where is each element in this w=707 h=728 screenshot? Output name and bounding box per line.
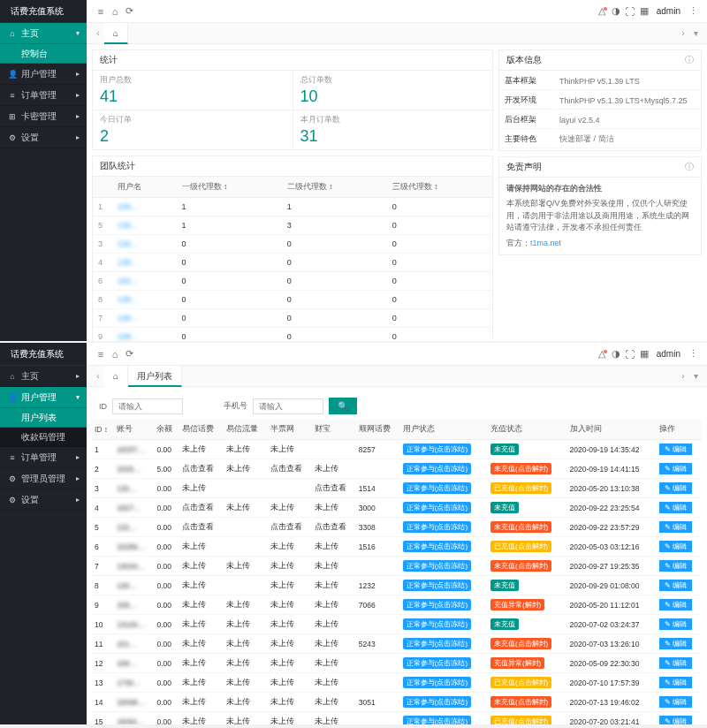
more-icon[interactable]: ⋮ bbox=[686, 5, 700, 17]
user-col[interactable]: 财宝 bbox=[312, 420, 356, 440]
cell-status1[interactable]: 正常参与(点击冻结) bbox=[400, 479, 488, 498]
row-user[interactable]: 132… bbox=[112, 235, 177, 254]
edit-button[interactable]: ✎ 编辑 bbox=[659, 696, 692, 708]
edit-button[interactable]: ✎ 编辑 bbox=[659, 482, 692, 494]
tabs-prev-icon[interactable]: ‹ bbox=[92, 371, 104, 381]
cell-status2[interactable]: 充值异常(解封) bbox=[488, 654, 567, 673]
edit-button[interactable]: ✎ 编辑 bbox=[659, 463, 692, 474]
bell-icon[interactable]: △ bbox=[595, 348, 609, 360]
user-col[interactable]: 加入时间 bbox=[567, 420, 657, 440]
expand-icon[interactable]: ⛶ bbox=[623, 6, 637, 17]
user-col[interactable]: ID ↕ bbox=[92, 420, 114, 440]
cell-status1[interactable]: 正常参与(点击冻结) bbox=[400, 459, 488, 479]
tabs-prev-icon[interactable]: ‹ bbox=[92, 28, 104, 38]
cell-status2[interactable]: 未充值(点击解封) bbox=[488, 693, 567, 712]
tabs-menu-icon[interactable]: ▾ bbox=[689, 28, 702, 38]
team-col[interactable]: 二级代理数 ↕ bbox=[282, 177, 387, 198]
cell-status1[interactable]: 正常参与(点击冻结) bbox=[400, 440, 488, 459]
user-col[interactable]: 操作 bbox=[657, 420, 702, 440]
cell-status1[interactable]: 正常参与(点击冻结) bbox=[400, 654, 488, 673]
user-col[interactable]: 充值状态 bbox=[488, 420, 567, 440]
cell-status1[interactable]: 正常参与(点击冻结) bbox=[400, 498, 488, 518]
cell-status1[interactable]: 正常参与(点击冻结) bbox=[400, 557, 488, 576]
grid-icon[interactable]: ▦ bbox=[637, 5, 651, 17]
nav-item[interactable]: 👤用户管理▾ bbox=[0, 387, 87, 408]
cell-status1[interactable]: 正常参与(点击冻结) bbox=[400, 634, 488, 654]
cell-status2[interactable]: 已充值(点击解封) bbox=[488, 712, 567, 725]
row-user[interactable]: 152… bbox=[112, 272, 177, 291]
team-col[interactable] bbox=[93, 177, 112, 198]
cell-status2[interactable]: 未充值(点击解封) bbox=[488, 557, 567, 576]
search-id-input[interactable] bbox=[112, 398, 183, 414]
nav-subitem[interactable]: 用户列表 bbox=[0, 408, 87, 428]
nav-item[interactable]: ≡订单管理▸ bbox=[0, 447, 87, 468]
nav-item[interactable]: ⌂主页▾ bbox=[0, 23, 87, 44]
user-label[interactable]: admin bbox=[657, 6, 680, 16]
row-user[interactable]: 150… bbox=[112, 198, 177, 216]
cell-status1[interactable]: 正常参与(点击冻结) bbox=[400, 595, 488, 615]
cell-status2[interactable]: 未充值(点击解封) bbox=[488, 518, 567, 537]
team-col[interactable]: 用户名 bbox=[112, 177, 177, 198]
cell-status1[interactable]: 正常参与(点击冻结) bbox=[400, 712, 488, 725]
bell-icon[interactable]: △ bbox=[595, 5, 609, 17]
nav-item[interactable]: 👤用户管理▸ bbox=[0, 64, 87, 85]
refresh-icon[interactable]: ⟳ bbox=[122, 348, 136, 360]
row-user[interactable]: 135… bbox=[112, 254, 177, 272]
user-col[interactable]: 半票网 bbox=[268, 420, 312, 440]
user-col[interactable]: 易信流量 bbox=[224, 420, 268, 440]
edit-button[interactable]: ✎ 编辑 bbox=[659, 638, 692, 649]
edit-button[interactable]: ✎ 编辑 bbox=[659, 657, 692, 669]
row-user[interactable]: 130… bbox=[112, 291, 177, 309]
cell-status2[interactable]: 未充值(点击解封) bbox=[488, 459, 567, 479]
nav-item[interactable]: ≡订单管理▸ bbox=[0, 85, 87, 106]
info-icon[interactable]: ⓘ bbox=[685, 161, 694, 173]
search-button[interactable]: 🔍 bbox=[329, 398, 357, 414]
cell-status1[interactable]: 正常参与(点击冻结) bbox=[400, 693, 488, 712]
cell-status1[interactable]: 正常参与(点击冻结) bbox=[400, 537, 488, 557]
edit-button[interactable]: ✎ 编辑 bbox=[659, 716, 692, 724]
user-label[interactable]: admin bbox=[657, 349, 680, 359]
refresh-icon[interactable]: ⟳ bbox=[122, 5, 136, 17]
edit-button[interactable]: ✎ 编辑 bbox=[659, 444, 692, 455]
row-user[interactable]: 130… bbox=[112, 309, 177, 328]
notice-link[interactable]: t1ma.net bbox=[530, 239, 561, 247]
cell-status2[interactable]: 未充值 bbox=[488, 498, 567, 518]
info-icon[interactable]: ⓘ bbox=[685, 54, 694, 66]
team-col[interactable]: 三级代理数 ↕ bbox=[387, 177, 492, 198]
grid-icon[interactable]: ▦ bbox=[637, 348, 651, 360]
cell-status2[interactable]: 已充值(点击解封) bbox=[488, 479, 567, 498]
cell-status2[interactable]: 已充值(点击解封) bbox=[488, 673, 567, 693]
user-col[interactable]: 易信话费 bbox=[179, 420, 224, 440]
cell-status2[interactable]: 未充值 bbox=[488, 576, 567, 595]
nav-item[interactable]: ⚙设置▸ bbox=[0, 489, 87, 511]
more-icon[interactable]: ⋮ bbox=[686, 348, 700, 360]
edit-button[interactable]: ✎ 编辑 bbox=[659, 560, 692, 572]
cell-status2[interactable]: 未充值(点击解封) bbox=[488, 634, 567, 654]
edit-button[interactable]: ✎ 编辑 bbox=[659, 521, 692, 533]
nav-item[interactable]: ⊞卡密管理▸ bbox=[0, 106, 87, 127]
user-col[interactable]: 用户状态 bbox=[400, 420, 488, 440]
user-col[interactable]: 顺网话费 bbox=[356, 420, 400, 440]
home-icon[interactable]: ⌂ bbox=[108, 6, 122, 17]
edit-button[interactable]: ✎ 编辑 bbox=[659, 541, 692, 552]
tab-userlist[interactable]: 用户列表 bbox=[128, 366, 182, 387]
cell-status1[interactable]: 正常参与(点击冻结) bbox=[400, 673, 488, 693]
skin-icon[interactable]: ◑ bbox=[609, 348, 623, 360]
tabs-next-icon[interactable]: › bbox=[677, 28, 689, 38]
home-icon[interactable]: ⌂ bbox=[108, 349, 122, 360]
cell-status2[interactable]: 已充值(点击解封) bbox=[488, 537, 567, 557]
cell-status1[interactable]: 正常参与(点击冻结) bbox=[400, 615, 488, 634]
cell-status1[interactable]: 正常参与(点击冻结) bbox=[400, 576, 488, 595]
cell-status2[interactable]: 未充值 bbox=[488, 615, 567, 634]
nav-item[interactable]: ⚙设置▸ bbox=[0, 127, 87, 148]
nav-subitem[interactable]: 控制台 bbox=[0, 44, 87, 64]
edit-button[interactable]: ✎ 编辑 bbox=[659, 599, 692, 610]
menu-icon[interactable]: ≡ bbox=[94, 349, 108, 360]
tab-home[interactable]: ⌂ bbox=[104, 23, 128, 44]
cell-status1[interactable]: 正常参与(点击冻结) bbox=[400, 518, 488, 537]
edit-button[interactable]: ✎ 编辑 bbox=[659, 618, 692, 630]
skin-icon[interactable]: ◑ bbox=[609, 5, 623, 17]
edit-button[interactable]: ✎ 编辑 bbox=[659, 502, 692, 513]
user-col[interactable]: 账号 bbox=[114, 420, 154, 440]
nav-item[interactable]: ⌂主页▸ bbox=[0, 366, 87, 387]
